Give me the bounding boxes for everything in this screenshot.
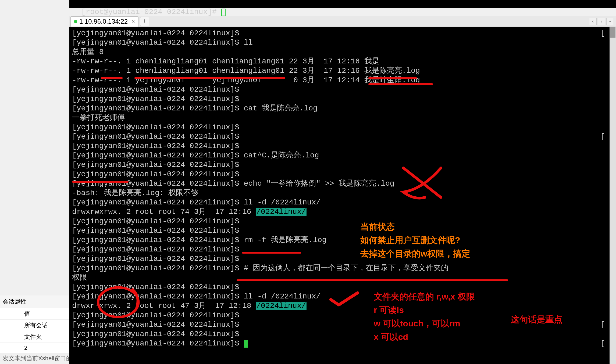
panel-row[interactable]: 文件夹 (0, 331, 69, 343)
chevron-left-icon[interactable]: ‹ (589, 18, 597, 25)
terminal-line: [yejingyan01@yuanlai-0224 0224linux]$ (72, 329, 613, 339)
session-properties-panel: 会话属性 值 所有会话 文件夹 2 (0, 295, 69, 353)
anno-answer: 去掉这个目录的w权限，搞定 (360, 247, 470, 260)
scrollbar[interactable] (610, 27, 616, 364)
terminal-line: [yejingyan01@yuanlai-0224 0224linux]$ (72, 122, 613, 132)
terminal-line: [yejingyan01@yuanlai-0224 0224linux]$ (72, 141, 613, 151)
terminal-line: drwxrwxrwx. 2 root root 74 3月 17 12:16 /… (72, 207, 613, 217)
anno-important: 这句话是重点 (511, 313, 562, 326)
terminal-line: drwxr-xrwx. 2 root root 47 3月 17 12:18 /… (72, 301, 613, 311)
anno-x-desc: x 可以cd (374, 330, 408, 343)
anno-current-state: 当前状态 (360, 220, 395, 233)
session-tab[interactable]: 1 10.96.0.134:22 × (70, 16, 138, 27)
terminal-line: [yejingyan01@yuanlai-0224 0224linux]$ (72, 226, 613, 235)
anno-rwx-title: 文件夹的任意的 r,w,x 权限 (374, 290, 475, 303)
terminal-line: 权限 (72, 273, 613, 282)
connection-status-dot (74, 20, 77, 23)
terminal-line: [yejingyan01@yuanlai-0224 0224linux]$ (72, 282, 613, 292)
terminal-line: [yejingyan01@yuanlai-0224 0224linux]$ rm… (72, 235, 613, 245)
root-prompt-line: [root@yuanlai-0224 0224linux]# (69, 0, 616, 8)
terminal-line: 一拳打死老师傅 (72, 113, 613, 122)
root-prompt: [root@yuanlai-0224 0224linux]# (81, 8, 221, 16)
add-tab-button[interactable]: + (140, 17, 149, 26)
chevron-down-icon[interactable]: ▾ (606, 18, 614, 25)
terminal-line: [yejingyan01@yuanlai-0224 0224linux]$ ca… (72, 104, 613, 113)
terminal-line: [yejingyan01@yuanlai-0224 0224linux]$ (72, 339, 613, 348)
panel-row[interactable]: 2 (0, 343, 69, 353)
terminal-line: [yejingyan01@yuanlai-0224 0224linux]$ ll… (72, 292, 613, 301)
terminal-line: [yejingyan01@yuanlai-0224 0224linux]$ (72, 85, 613, 94)
terminal-line: [yejingyan01@yuanlai-0224 0224linux]$ ec… (72, 179, 613, 188)
terminal-line: [yejingyan01@yuanlai-0224 0224linux]$ ll… (72, 198, 613, 207)
terminal-line: [yejingyan01@yuanlai-0224 0224linux]$ ll (72, 38, 613, 47)
terminal-line: -rw-rw-r--. 1 chenliangliang01 chenliang… (72, 57, 613, 66)
tab-label: 1 10.96.0.134:22 (79, 18, 128, 25)
terminal-line: 总用量 8 (72, 47, 613, 57)
terminal-line: [yejingyan01@yuanlai-0224 0224linux]$ (72, 94, 613, 104)
scrollbar-thumb[interactable] (610, 27, 615, 38)
cursor (244, 340, 248, 348)
panel-row[interactable]: 所有会话 (0, 320, 69, 331)
terminal-line: -rw-rw-r--. 1 yejingyan01 yejingyan01 0 … (72, 75, 613, 85)
terminal-line: -bash: 我是陈亮亮.log: 权限不够 (72, 188, 613, 198)
close-icon[interactable]: × (131, 18, 135, 25)
terminal-line: [yejingyan01@yuanlai-0224 0224linux]$ ca… (72, 151, 613, 160)
panel-header: 会话属性 (0, 295, 69, 308)
terminal-line: [yejingyan01@yuanlai-0224 0224linux]$ (72, 254, 613, 264)
terminal-line: [yejingyan01@yuanlai-0224 0224linux]$ # … (72, 264, 613, 273)
tab-nav: ‹ › ▾ (589, 18, 616, 25)
terminal-line: [yejingyan01@yuanlai-0224 0224linux]$ (72, 28, 613, 38)
terminal-line: [yejingyan01@yuanlai-0224 0224linux]$ (72, 245, 613, 254)
terminal-line: [yejingyan01@yuanlai-0224 0224linux]$ (72, 132, 613, 141)
cursor-outline (221, 9, 226, 16)
right-pane-edge: [ [ [ [ (599, 27, 608, 364)
panel-col-value: 值 (0, 308, 69, 320)
anno-w-desc: w 可以touch，可以rm (374, 317, 460, 330)
tab-bar: 1 10.96.0.134:22 × + ‹ › ▾ (69, 16, 616, 27)
terminal-line: -rw-rw-r--. 1 chenliangliang01 chenliang… (72, 66, 613, 75)
terminal-line: [yejingyan01@yuanlai-0224 0224linux]$ (72, 160, 613, 170)
terminal-line: [yejingyan01@yuanlai-0224 0224linux]$ (72, 217, 613, 226)
terminal-line: [yejingyan01@yuanlai-0224 0224linux]$ (72, 170, 613, 179)
chevron-right-icon[interactable]: › (598, 18, 605, 25)
anno-question: 如何禁止用户互删文件呢? (360, 234, 460, 247)
anno-r-desc: r 可读ls (374, 304, 404, 316)
